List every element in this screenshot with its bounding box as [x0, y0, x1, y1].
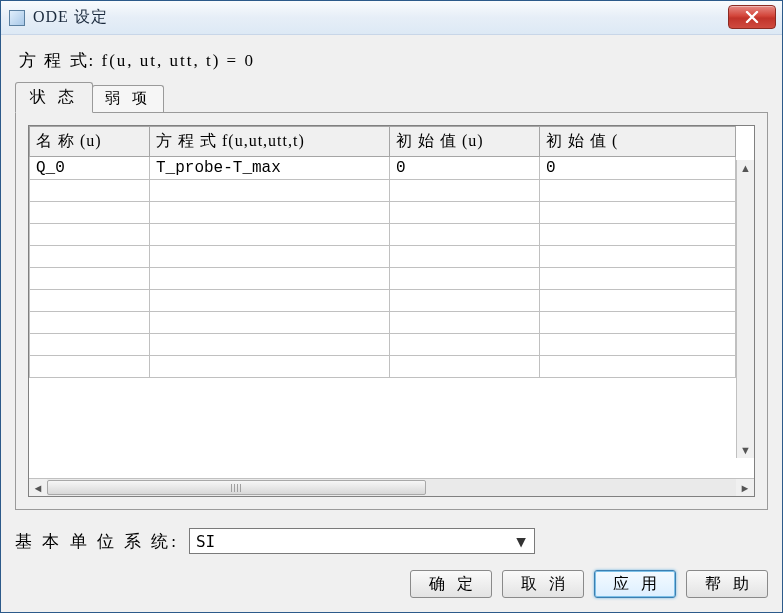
scroll-left-icon[interactable]: ◄	[29, 482, 47, 494]
tab-area: 状 态 弱 项	[15, 82, 768, 510]
grid-body-area: 名 称 (u) 方 程 式 f(u,ut,utt,t) 初 始 值 (u) 初 …	[29, 126, 754, 478]
unit-system-dropdown[interactable]: SI ▼	[189, 528, 535, 554]
grid-container: 名 称 (u) 方 程 式 f(u,ut,utt,t) 初 始 值 (u) 初 …	[28, 125, 755, 497]
tab-strip: 状 态 弱 项	[15, 82, 768, 112]
cell-init-u[interactable]: 0	[390, 157, 540, 180]
table-row[interactable]	[30, 246, 736, 268]
grid-scroll-area[interactable]: 名 称 (u) 方 程 式 f(u,ut,utt,t) 初 始 值 (u) 初 …	[29, 126, 736, 478]
state-table: 名 称 (u) 方 程 式 f(u,ut,utt,t) 初 始 值 (u) 初 …	[29, 126, 736, 378]
apply-button[interactable]: 应 用	[594, 570, 676, 598]
close-button[interactable]	[728, 5, 776, 29]
client-area: 方 程 式: f(u, ut, utt, t) = 0 状 态 弱 项	[1, 35, 782, 612]
grid-wrap: 名 称 (u) 方 程 式 f(u,ut,utt,t) 初 始 值 (u) 初 …	[28, 125, 755, 497]
unit-system-value: SI	[196, 532, 215, 551]
scroll-right-icon[interactable]: ►	[736, 482, 754, 494]
table-header-row: 名 称 (u) 方 程 式 f(u,ut,utt,t) 初 始 值 (u) 初 …	[30, 127, 736, 157]
equation-label: 方 程 式: f(u, ut, utt, t) = 0	[19, 49, 764, 72]
table-row[interactable]	[30, 224, 736, 246]
col-header-equation[interactable]: 方 程 式 f(u,ut,utt,t)	[150, 127, 390, 157]
titlebar[interactable]: ODE 设定	[1, 1, 782, 35]
scroll-up-icon[interactable]: ▲	[740, 160, 751, 176]
tab-weak[interactable]: 弱 项	[92, 85, 164, 112]
table-row[interactable]	[30, 268, 736, 290]
scroll-down-icon[interactable]: ▼	[740, 442, 751, 458]
cell-equation[interactable]: T_probe-T_max	[150, 157, 390, 180]
window-title: ODE 设定	[33, 7, 728, 28]
tab-panel-state: 名 称 (u) 方 程 式 f(u,ut,utt,t) 初 始 值 (u) 初 …	[15, 112, 768, 510]
ode-settings-window: ODE 设定 方 程 式: f(u, ut, utt, t) = 0 状 态 弱…	[0, 0, 783, 613]
vertical-scrollbar[interactable]: ▲ ▼	[736, 160, 754, 458]
unit-system-label: 基 本 单 位 系 统:	[15, 530, 179, 553]
table-row[interactable]	[30, 180, 736, 202]
horizontal-scrollbar[interactable]: ◄ ►	[29, 478, 754, 496]
ok-button[interactable]: 确 定	[410, 570, 492, 598]
hscroll-track[interactable]	[47, 479, 736, 496]
table-row[interactable]	[30, 202, 736, 224]
app-icon	[9, 10, 25, 26]
unit-system-row: 基 本 单 位 系 统: SI ▼	[15, 528, 768, 554]
table-row[interactable]	[30, 356, 736, 378]
cancel-button[interactable]: 取 消	[502, 570, 584, 598]
table-row[interactable]	[30, 312, 736, 334]
cell-init-ut[interactable]: 0	[540, 157, 736, 180]
help-button[interactable]: 帮 助	[686, 570, 768, 598]
close-icon	[745, 11, 759, 23]
hscroll-thumb[interactable]	[47, 480, 426, 495]
cell-name[interactable]: Q_0	[30, 157, 150, 180]
chevron-down-icon: ▼	[512, 532, 530, 551]
table-row[interactable]: Q_0 T_probe-T_max 0 0	[30, 157, 736, 180]
tab-state[interactable]: 状 态	[15, 82, 93, 113]
col-header-init-u[interactable]: 初 始 值 (u)	[390, 127, 540, 157]
col-header-init-ut[interactable]: 初 始 值 (	[540, 127, 736, 157]
button-row: 确 定 取 消 应 用 帮 助	[15, 570, 768, 598]
table-row[interactable]	[30, 290, 736, 312]
col-header-name[interactable]: 名 称 (u)	[30, 127, 150, 157]
table-row[interactable]	[30, 334, 736, 356]
